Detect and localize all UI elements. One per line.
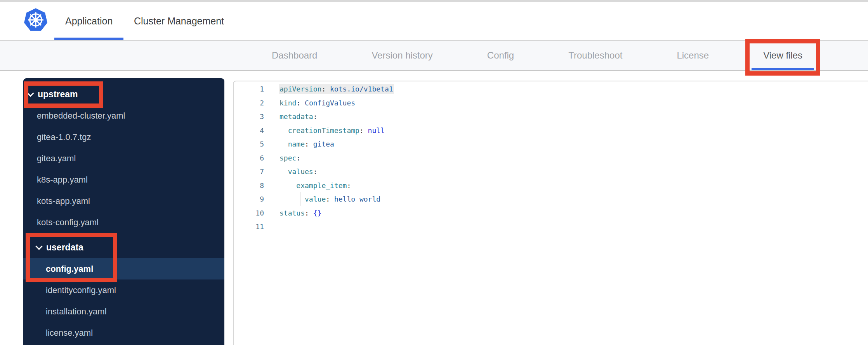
- tab-cluster-management[interactable]: Cluster Management: [134, 2, 224, 40]
- yaml-editor[interactable]: 1apiVersion: kots.io/v1beta12kind: Confi…: [233, 81, 868, 345]
- tree-item-identityconfig-yaml[interactable]: identityconfig.yaml: [23, 279, 224, 301]
- tab-config[interactable]: Config: [487, 41, 514, 70]
- line-number: 9: [234, 192, 264, 206]
- code-line: 11: [234, 220, 868, 234]
- indent-guide: [300, 192, 301, 206]
- tree-item-kots-config-yaml[interactable]: kots-config.yaml: [23, 212, 224, 233]
- chevron-down-icon: [35, 243, 42, 250]
- code-line: 10status: {}: [234, 206, 868, 220]
- line-number: 5: [234, 137, 264, 151]
- line-number: 2: [234, 96, 264, 110]
- line-number: 3: [234, 110, 264, 124]
- line-number: 4: [234, 124, 264, 138]
- tab-license[interactable]: License: [677, 41, 709, 70]
- indent-guide: [284, 137, 284, 151]
- tree-item-k8s-app-yaml[interactable]: k8s-app.yaml: [23, 169, 224, 190]
- code-line: 5 name: gitea: [234, 137, 868, 151]
- line-number: 8: [234, 179, 264, 193]
- secondary-nav: DashboardVersion historyConfigTroublesho…: [272, 41, 802, 70]
- indent-guide: [284, 192, 284, 206]
- code-line: 6spec:: [234, 151, 868, 165]
- line-number: 7: [234, 165, 264, 179]
- primary-header: ApplicationCluster Management: [0, 2, 868, 40]
- indent-guide: [284, 124, 284, 138]
- tree-item-license-yaml[interactable]: license.yaml: [23, 322, 224, 343]
- tree-item-installation-yaml[interactable]: installation.yaml: [23, 301, 224, 322]
- tab-troubleshoot[interactable]: Troubleshoot: [568, 41, 622, 70]
- tree-item-embedded-cluster-yaml[interactable]: embedded-cluster.yaml: [23, 105, 224, 126]
- line-number: 10: [234, 206, 264, 220]
- line-number: 1: [234, 82, 264, 96]
- code-line: 7 values:: [234, 165, 868, 179]
- indent-guide: [284, 179, 284, 193]
- line-number: 11: [234, 220, 264, 234]
- code-line: 1apiVersion: kots.io/v1beta1: [234, 82, 868, 96]
- code-lines: 1apiVersion: kots.io/v1beta12kind: Confi…: [234, 82, 868, 234]
- tree-item-config-yaml[interactable]: config.yaml: [23, 258, 224, 279]
- indent-guide: [284, 165, 284, 179]
- code-line: 2kind: ConfigValues: [234, 96, 868, 110]
- tree-item-upstream[interactable]: upstream: [23, 84, 224, 105]
- primary-nav: ApplicationCluster Management: [0, 2, 868, 40]
- tab-view-files[interactable]: View files: [763, 41, 802, 70]
- line-number: 6: [234, 151, 264, 165]
- tab-version-history[interactable]: Version history: [372, 41, 432, 70]
- tab-dashboard[interactable]: Dashboard: [272, 41, 317, 70]
- tree-item-userdata[interactable]: userdata: [23, 237, 224, 258]
- tree-item-kots-app-yaml[interactable]: kots-app.yaml: [23, 190, 224, 212]
- chevron-down-icon: [27, 90, 34, 97]
- indent-guide: [292, 179, 292, 193]
- tree-item-gitea-yaml[interactable]: gitea.yaml: [23, 148, 224, 169]
- tab-application[interactable]: Application: [65, 2, 113, 40]
- code-line: 9 value: hello world: [234, 192, 868, 206]
- code-line: 3metadata:: [234, 110, 868, 124]
- active-tab-underline: [752, 68, 814, 70]
- tree-item-gitea-1-0-7-tgz[interactable]: gitea-1.0.7.tgz: [23, 126, 224, 148]
- app-subnav: DashboardVersion historyConfigTroublesho…: [0, 40, 868, 71]
- code-line: 4 creationTimestamp: null: [234, 124, 868, 138]
- code-line: 8 example_item:: [234, 179, 868, 193]
- file-tree-sidebar: upstreamembedded-cluster.yamlgitea-1.0.7…: [23, 78, 224, 345]
- indent-guide: [292, 192, 292, 206]
